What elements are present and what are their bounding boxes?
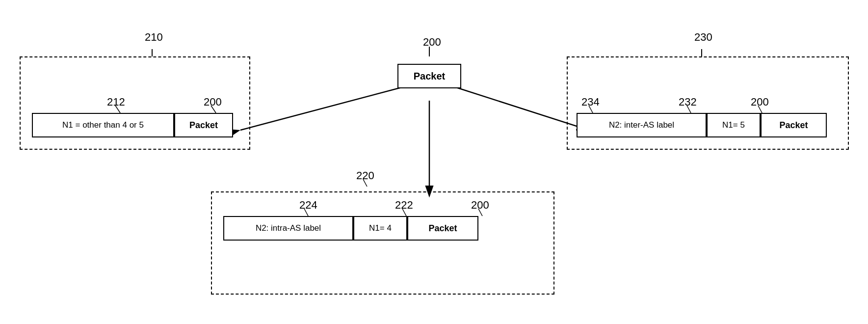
bottom-dashed-box (211, 191, 554, 295)
bottom-packet-box: Packet (407, 216, 478, 241)
ref-210: 210 (145, 31, 163, 44)
left-n1-box: N1 = other than 4 or 5 (32, 113, 174, 137)
ref-212: 212 (107, 96, 125, 108)
left-packet-box: Packet (174, 113, 233, 137)
ref-222: 222 (395, 199, 413, 212)
center-packet-box: Packet (397, 64, 461, 88)
bottom-n2-box: N2: intra-AS label (223, 216, 353, 241)
diagram: Packet 200 210 212 200 N1 = other than 4… (0, 0, 868, 324)
ref-200-bottom-inner: 200 (471, 199, 489, 212)
svg-line-3 (240, 86, 407, 130)
right-n1-box: N1= 5 (707, 113, 761, 137)
ref-230: 230 (694, 31, 712, 44)
ref-200-top: 200 (423, 36, 441, 49)
right-packet-box: Packet (761, 113, 827, 137)
right-n2-box: N2: inter-AS label (577, 113, 707, 137)
ref-220: 220 (356, 169, 374, 182)
ref-234: 234 (581, 96, 600, 108)
ref-224: 224 (299, 199, 317, 212)
ref-200-left-inner: 200 (204, 96, 222, 108)
bottom-n1-box: N1= 4 (353, 216, 407, 241)
ref-200-right-inner: 200 (751, 96, 769, 108)
ref-232: 232 (679, 96, 697, 108)
